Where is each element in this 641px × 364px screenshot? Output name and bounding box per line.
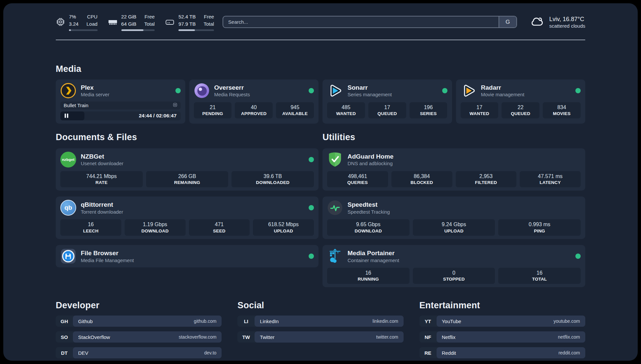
app-name: Radarr (481, 84, 525, 92)
app-desc: Container management (348, 258, 399, 263)
stat-box: 834MOVIES (543, 102, 581, 119)
stat-box: 16LEECH (60, 219, 121, 236)
disk-progress-fill (178, 29, 195, 31)
stats-row: 498,461QUERIES 86,384BLOCKED 2,953FILTER… (327, 171, 581, 188)
bookmark-url: reddit.com (559, 350, 580, 355)
sonarr-logo-icon (327, 83, 343, 99)
bookmark-youtube[interactable]: YT YouTubeyoutube.com (419, 316, 585, 327)
bookmark-dev[interactable]: DT DEVdev.to (56, 347, 222, 358)
stat-label: DOWNLOAD (328, 228, 408, 233)
pause-icon[interactable] (65, 114, 68, 118)
stat-label: STOPPED (414, 277, 494, 282)
app-card-nzbget[interactable]: nzbget NZBGet Usenet downloader 744.21 M… (56, 148, 319, 191)
now-playing-title: Bullet Train (64, 103, 88, 108)
app-card-radarr[interactable]: Radarr Movie management 17WANTED 22QUEUE… (456, 79, 586, 124)
stat-label: PENDING (195, 111, 230, 116)
bookmark-tag: YT (419, 316, 437, 327)
bookmark-tag: LI (237, 316, 255, 327)
app-desc: Media File Management (81, 258, 134, 263)
stat-box: 16TOTAL (498, 268, 581, 284)
bookmark-linkedin[interactable]: LI LinkedInlinkedin.com (237, 316, 403, 327)
stat-box: 22QUEUED (502, 102, 539, 119)
speedtest-titles: Speedtest Speedtest Tracking (348, 201, 390, 215)
radarr-titles: Radarr Movie management (481, 84, 525, 98)
memory-progress-fill (121, 29, 143, 31)
media-grid: Plex Media server Bullet Train (56, 79, 585, 124)
portainer-titles: Media Portainer Container management (348, 249, 399, 263)
section-title-social: Social (237, 300, 403, 311)
stat-label: FILTERED (457, 180, 515, 185)
social-column: Social LI LinkedInlinkedin.com TW Twitte… (237, 300, 403, 358)
stat-label: QUERIES (328, 180, 387, 185)
app-desc: Usenet downloader (81, 161, 123, 166)
bookmark-netflix[interactable]: NF Netflixnetflix.com (419, 331, 585, 343)
stat-value: 266 GB (147, 173, 227, 180)
status-dot (309, 254, 314, 259)
app-card-filebrowser[interactable]: File Browser Media File Management (56, 245, 319, 267)
search-input[interactable] (223, 16, 499, 27)
cpu-load-value: 3.24 (69, 20, 78, 28)
bookmark-name: LinkedIn (260, 318, 279, 324)
app-name: Media Portainer (348, 249, 399, 257)
stat-value: 16 (62, 221, 120, 228)
app-card-adguard[interactable]: AdGuard Home DNS and adblocking 498,461Q… (322, 148, 585, 191)
weather-widget: Lviv, 16.87°C scattered clouds (529, 15, 585, 30)
search-engine-button[interactable]: G (499, 16, 516, 27)
stat-box: 9.65 GbpsDOWNLOAD (327, 219, 410, 236)
bookmark-tag: RE (419, 347, 437, 358)
bookmark-twitter[interactable]: TW Twittertwitter.com (237, 331, 403, 343)
section-title-utilities: Utilities (322, 132, 585, 142)
app-card-portainer[interactable]: Media Portainer Container management 16R… (322, 245, 585, 288)
dashboard: 7% 3.24 CPU Load (3, 3, 638, 361)
stat-value: 21 (195, 104, 230, 111)
bookmark-name: Github (78, 318, 93, 324)
memory-free-label: Free (144, 13, 155, 20)
app-desc: Movie management (481, 92, 525, 97)
cpu-usage-label: CPU (86, 13, 97, 20)
memory-total-label: Total (144, 20, 155, 28)
memory-free-value: 22 GiB (121, 13, 137, 20)
session-icon (173, 103, 177, 108)
bookmark-url: github.com (194, 318, 216, 324)
app-card-plex[interactable]: Plex Media server Bullet Train (56, 79, 185, 124)
adguard-logo-icon (327, 152, 343, 167)
app-card-qbittorrent[interactable]: qb qBittorrent Torrent downloader 16LEEC… (56, 197, 319, 239)
bookmark-url: linkedin.com (373, 318, 398, 324)
status-dot (309, 157, 314, 162)
stat-box: 40APPROVED (235, 102, 273, 119)
bookmark-github[interactable]: GH Githubgithub.com (56, 316, 222, 327)
stat-box: 17WANTED (461, 102, 499, 119)
status-dot (175, 88, 181, 93)
stat-box: 2,953FILTERED (456, 171, 517, 188)
app-card-sonarr[interactable]: Sonarr Series management 485WANTED 17QUE… (322, 79, 452, 124)
app-card-overseerr[interactable]: Overseerr Media Requests 21PENDING 40APP… (189, 79, 319, 124)
stat-box: 485WANTED (327, 102, 365, 119)
bookmark-reddit[interactable]: RE Redditreddit.com (419, 347, 585, 358)
stat-label: RATE (62, 180, 141, 185)
stat-box: 21PENDING (194, 102, 232, 119)
bookmark-name: DEV (78, 350, 88, 356)
cpu-progress-track (69, 29, 98, 31)
qbittorrent-logo-icon: qb (60, 200, 76, 216)
sonarr-titles: Sonarr Series management (348, 84, 392, 98)
stat-box: 744.21 MbpsRATE (60, 171, 143, 188)
bookmark-stackoverflow[interactable]: SO StackOverflowstackoverflow.com (56, 331, 222, 343)
app-card-speedtest[interactable]: Speedtest Speedtest Tracking 9.65 GbpsDO… (322, 197, 585, 239)
now-playing-progress-fill (60, 111, 84, 120)
stat-value: 17 (370, 104, 405, 111)
bookmark-url: stackoverflow.com (179, 334, 216, 340)
search-bar: G (223, 16, 517, 28)
stat-label: WANTED (328, 111, 364, 116)
stats-row: 21PENDING 40APPROVED 945AVAILABLE (194, 102, 314, 119)
cpu-icon (56, 17, 65, 27)
bookmark-tag: GH (56, 316, 73, 327)
app-name: Plex (81, 84, 109, 92)
app-name: Speedtest (348, 201, 390, 209)
stat-value: 0.993 ms (500, 221, 579, 228)
stat-label: QUEUED (503, 111, 538, 116)
stat-box: 945AVAILABLE (276, 102, 314, 119)
bookmark-name: YouTube (442, 318, 461, 324)
stat-value: 39.6 TB (233, 173, 313, 180)
stat-label: UPLOAD (254, 228, 313, 233)
bookmark-tag: DT (56, 347, 73, 358)
